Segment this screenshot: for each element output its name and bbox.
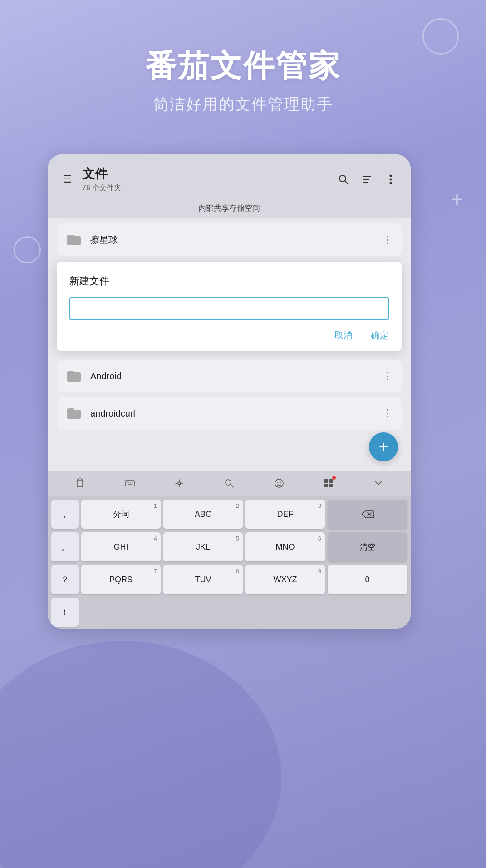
svg-point-6 (390, 178, 392, 180)
keyboard-area: ， 1 分词 2 ABC 3 DEF (48, 496, 411, 629)
svg-point-7 (390, 182, 392, 184)
kb-row4-spacer (81, 598, 407, 627)
keyboard-icon (125, 478, 135, 488)
kb-key-jkl-num: 5 (236, 535, 239, 542)
dialog-confirm-button[interactable]: 确定 (371, 329, 389, 342)
folder-icon (66, 232, 82, 248)
kb-key-tuv-num: 8 (236, 568, 239, 575)
search-kb-icon (224, 478, 234, 488)
search-icon (339, 174, 349, 184)
kb-key-exclaim[interactable]: ！ (51, 598, 79, 627)
svg-rect-22 (324, 479, 328, 483)
new-file-input[interactable] (69, 297, 389, 320)
search-button[interactable] (336, 172, 351, 187)
kb-key-wxyz-label: WXYZ (274, 575, 297, 585)
folder-icon-androidcurl (66, 405, 82, 422)
keyboard-toolbar (48, 471, 411, 496)
hamburger-button[interactable]: ☰ (60, 172, 75, 187)
dialog-cancel-button[interactable]: 取消 (334, 329, 353, 342)
kb-key-fenchi[interactable]: 1 分词 (81, 500, 161, 529)
kb-key-question[interactable]: ？ (51, 565, 79, 594)
file-more-caxingqiu[interactable]: ⋮ (383, 234, 393, 246)
kb-key-period[interactable]: 。 (51, 532, 79, 561)
file-more-androidcurl[interactable]: ⋮ (383, 407, 393, 419)
kb-search-button[interactable] (221, 475, 237, 491)
more-icon (389, 174, 392, 184)
kb-key-exclaim-label: ！ (61, 607, 69, 618)
kb-emoji-button[interactable] (271, 475, 287, 491)
clipboard-icon (75, 478, 85, 488)
file-name-android: Android (90, 371, 383, 382)
file-item-caxingqiu[interactable]: 擦星球 ⋮ (57, 223, 402, 256)
kb-grid-button[interactable] (320, 475, 337, 491)
kb-key-def-num: 3 (318, 502, 321, 509)
kb-cursor-button[interactable] (171, 475, 187, 491)
dialog-title: 新建文件 (69, 274, 389, 288)
svg-rect-23 (329, 479, 333, 483)
kb-key-tuv[interactable]: 8 TUV (163, 565, 243, 594)
svg-point-20 (277, 482, 278, 483)
kb-key-def-label: DEF (277, 510, 294, 519)
kb-key-zero-label: 0 (365, 575, 369, 585)
kb-key-pqrs-num: 7 (154, 568, 157, 575)
kb-key-backspace[interactable] (328, 500, 407, 529)
kb-key-ghi[interactable]: 4 GHI (81, 532, 161, 561)
cursor-icon (174, 478, 184, 488)
main-title: 番茄文件管家 (0, 45, 486, 87)
kb-key-wxyz-num: 9 (318, 568, 321, 575)
file-item-androidcurl[interactable]: androidcurl ⋮ (57, 397, 402, 430)
kb-key-ghi-num: 4 (154, 535, 157, 542)
kb-chevron-button[interactable] (370, 475, 387, 491)
svg-point-19 (275, 479, 283, 487)
sort-button[interactable] (360, 172, 374, 187)
phone-mockup: ☰ 文件 76 个文件夹 (48, 154, 411, 629)
kb-key-wxyz[interactable]: 9 WXYZ (245, 565, 325, 594)
dialog-actions: 取消 确定 (69, 329, 389, 342)
app-screen: ☰ 文件 76 个文件夹 (48, 154, 411, 629)
svg-point-5 (390, 174, 392, 177)
file-item-android[interactable]: Android ⋮ (57, 360, 402, 392)
kb-key-tuv-label: TUV (195, 575, 211, 585)
kb-key-mno-label: MNO (276, 542, 295, 552)
top-bar: ☰ 文件 76 个文件夹 (48, 154, 411, 198)
kb-key-comma[interactable]: ， (51, 500, 79, 529)
app-title: 文件 (82, 165, 329, 183)
kb-key-def[interactable]: 3 DEF (245, 500, 325, 529)
file-more-android[interactable]: ⋮ (383, 370, 393, 382)
chevron-down-icon (373, 478, 383, 488)
fab-button[interactable]: + (369, 432, 398, 461)
sort-icon (362, 174, 372, 184)
sub-title: 简洁好用的文件管理助手 (0, 94, 486, 115)
storage-label: 内部共享存储空间 (48, 198, 411, 218)
kb-key-pqrs-label: PQRS (109, 575, 133, 585)
kb-key-period-label: 。 (61, 541, 69, 552)
backspace-icon (361, 510, 374, 519)
svg-point-21 (280, 482, 281, 483)
kb-row-3: ？ 7 PQRS 8 TUV 9 WXYZ 0 (51, 565, 407, 594)
kb-key-mno[interactable]: 6 MNO (245, 532, 325, 561)
kb-key-abc[interactable]: 2 ABC (163, 500, 243, 529)
kb-row-1: ， 1 分词 2 ABC 3 DEF (51, 500, 407, 529)
svg-rect-9 (79, 479, 81, 481)
file-list-top: 擦星球 ⋮ (48, 218, 411, 266)
kb-key-abc-num: 2 (236, 502, 239, 509)
svg-rect-24 (324, 484, 328, 487)
more-button[interactable] (383, 172, 398, 187)
kb-key-jkl[interactable]: 5 JKL (163, 532, 243, 561)
file-name-caxingqiu: 擦星球 (90, 234, 383, 246)
kb-row-4: ！ (51, 598, 407, 627)
hamburger-icon: ☰ (63, 174, 72, 185)
kb-key-clear[interactable]: 清空 (328, 532, 407, 561)
kb-key-zero[interactable]: 0 (328, 565, 407, 594)
kb-key-jkl-label: JKL (196, 542, 210, 552)
folder-icon-android (66, 368, 82, 384)
file-list-bottom: Android ⋮ + androidcurl ⋮ (48, 351, 411, 471)
kb-keyboard-button[interactable] (122, 475, 138, 491)
kb-key-fenchi-label: 分词 (113, 509, 129, 520)
bg-circle-left (14, 236, 41, 263)
kb-clipboard-button[interactable] (72, 475, 88, 491)
svg-rect-10 (125, 481, 134, 486)
kb-key-pqrs[interactable]: 7 PQRS (81, 565, 161, 594)
title-area: 文件 76 个文件夹 (82, 165, 329, 193)
app-subtitle: 76 个文件夹 (82, 184, 329, 193)
